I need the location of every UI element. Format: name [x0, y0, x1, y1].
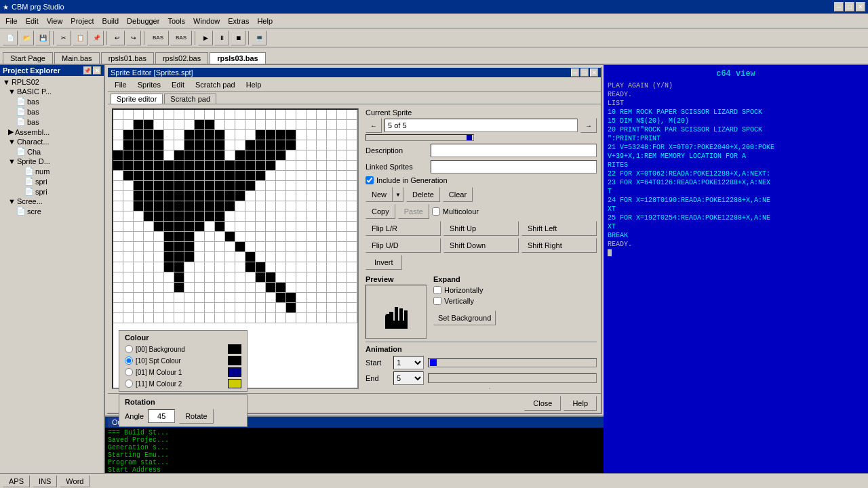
sprite-cell[interactable]	[164, 181, 174, 191]
sprite-cell[interactable]	[245, 140, 256, 150]
sprite-cell[interactable]	[266, 150, 276, 161]
sprite-cell[interactable]	[276, 242, 286, 252]
sprite-cell[interactable]	[235, 272, 245, 283]
sprite-cell[interactable]	[164, 110, 174, 120]
sprite-cell[interactable]	[134, 242, 144, 252]
sprite-cell[interactable]	[296, 171, 307, 181]
sprite-cell[interactable]	[327, 303, 337, 313]
sprite-cell[interactable]	[327, 201, 337, 211]
sprite-cell[interactable]	[256, 283, 266, 293]
sprite-cell[interactable]	[276, 161, 286, 171]
sprite-cell[interactable]	[154, 293, 164, 303]
sprite-cell[interactable]	[276, 313, 286, 323]
sprite-cell[interactable]	[245, 120, 256, 130]
help-editor-button[interactable]: Help	[564, 396, 597, 411]
sprite-cell[interactable]	[113, 171, 123, 181]
sprite-cell[interactable]	[225, 130, 235, 140]
sprite-cell[interactable]	[164, 262, 174, 272]
sprite-cell[interactable]	[184, 313, 195, 323]
sprite-cell[interactable]	[174, 161, 184, 171]
sprite-cell[interactable]	[225, 161, 235, 171]
sprite-cell[interactable]	[184, 150, 195, 161]
sprite-cell[interactable]	[266, 161, 276, 171]
sprite-cell[interactable]	[286, 222, 296, 232]
menu-window[interactable]: Window	[189, 16, 224, 26]
next-sprite-button[interactable]: →	[580, 118, 597, 133]
include-generation-checkbox[interactable]	[366, 176, 374, 184]
sprite-cell[interactable]	[225, 283, 235, 293]
sprite-cell[interactable]	[256, 201, 266, 211]
sprite-cell[interactable]	[144, 283, 154, 293]
spt-colour-swatch[interactable]	[228, 356, 241, 365]
sprite-cell[interactable]	[337, 313, 347, 323]
sprite-cell[interactable]	[215, 293, 225, 303]
debug-button[interactable]: ▶	[198, 30, 213, 45]
expand-vertically-checkbox[interactable]	[433, 297, 441, 305]
sprite-cell[interactable]	[134, 252, 144, 262]
sprite-cell[interactable]	[235, 161, 245, 171]
sprite-cell[interactable]	[205, 272, 215, 283]
sprite-cell[interactable]	[327, 130, 337, 140]
sprite-cell[interactable]	[286, 171, 296, 181]
sprite-cell[interactable]	[225, 110, 235, 120]
sprite-cell[interactable]	[205, 130, 215, 140]
sprite-cell[interactable]	[195, 191, 205, 201]
sprite-cell[interactable]	[286, 211, 296, 222]
sprite-cell[interactable]	[307, 171, 317, 181]
sprite-cell[interactable]	[256, 293, 266, 303]
close-button[interactable]: ✕	[856, 2, 865, 12]
sprite-cell[interactable]	[113, 283, 123, 293]
sprite-cell[interactable]	[245, 272, 256, 283]
sprite-cell[interactable]	[205, 181, 215, 191]
sprite-cell[interactable]	[317, 171, 327, 181]
sprite-cell[interactable]	[307, 120, 317, 130]
tab-rpsls01[interactable]: rpsls01.bas	[101, 52, 154, 64]
sprite-cell[interactable]	[174, 150, 184, 161]
sprite-cell[interactable]	[296, 232, 307, 242]
sprite-cell[interactable]	[195, 211, 205, 222]
sprite-cell[interactable]	[347, 171, 357, 181]
sprite-cell[interactable]	[123, 140, 134, 150]
copy-button-sprite[interactable]: Copy	[366, 204, 395, 219]
sprite-cell[interactable]	[296, 222, 307, 232]
sprite-cell[interactable]	[286, 201, 296, 211]
new-dropdown-button[interactable]: ▼	[393, 187, 403, 202]
sprite-cell[interactable]	[245, 171, 256, 181]
sprite-cell[interactable]	[164, 222, 174, 232]
sprite-cell[interactable]	[123, 272, 134, 283]
sprite-cell[interactable]	[296, 293, 307, 303]
sprite-cell[interactable]	[235, 171, 245, 181]
sprite-cell[interactable]	[245, 130, 256, 140]
sprite-cell[interactable]	[215, 252, 225, 262]
sprite-cell[interactable]	[174, 313, 184, 323]
sprite-cell[interactable]	[174, 262, 184, 272]
sprite-cell[interactable]	[266, 232, 276, 242]
sprite-cell[interactable]	[144, 150, 154, 161]
sprite-cell[interactable]	[266, 293, 276, 303]
sprite-cell[interactable]	[296, 161, 307, 171]
sprite-cell[interactable]	[307, 293, 317, 303]
sprite-cell[interactable]	[195, 161, 205, 171]
sprite-cell[interactable]	[154, 232, 164, 242]
sprite-cell[interactable]	[154, 242, 164, 252]
sprite-cell[interactable]	[317, 130, 327, 140]
sprite-cell[interactable]	[195, 201, 205, 211]
sprite-cell[interactable]	[134, 283, 144, 293]
sprite-cell[interactable]	[174, 110, 184, 120]
tree-sprite[interactable]: ▼Sprite D...	[0, 157, 104, 166]
sprite-cell[interactable]	[164, 171, 174, 181]
sprite-cell[interactable]	[123, 262, 134, 272]
sprite-cell[interactable]	[256, 272, 266, 283]
sprite-cell[interactable]	[256, 191, 266, 201]
sprite-cell[interactable]	[184, 110, 195, 120]
sprite-cell[interactable]	[235, 150, 245, 161]
sprite-cell[interactable]	[134, 140, 144, 150]
sprite-cell[interactable]	[337, 201, 347, 211]
sprite-cell[interactable]	[195, 262, 205, 272]
sprite-cell[interactable]	[327, 161, 337, 171]
sprite-cell[interactable]	[256, 313, 266, 323]
sprite-cell[interactable]	[113, 130, 123, 140]
sprite-cell[interactable]	[245, 181, 256, 191]
sprite-cell[interactable]	[123, 252, 134, 262]
sprite-cell[interactable]	[205, 191, 215, 201]
